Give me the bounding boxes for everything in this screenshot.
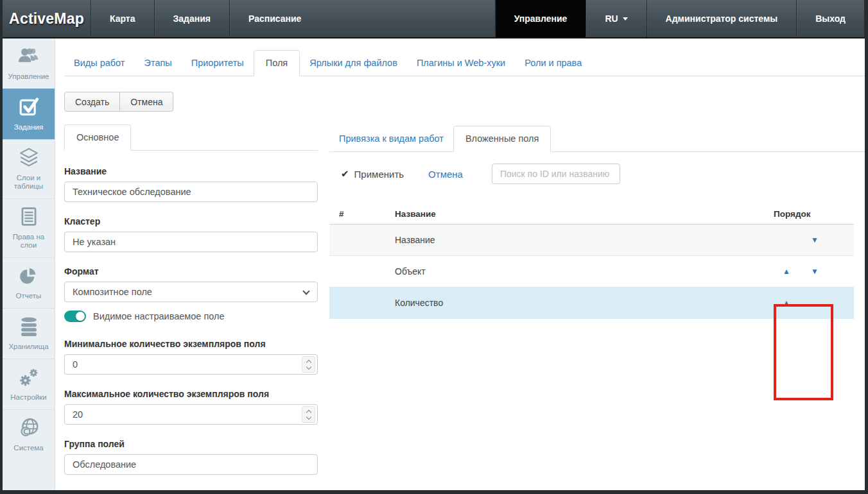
move-up-icon[interactable]: ▲ bbox=[783, 268, 790, 275]
max-count-field-group: Максимальное количество экземпляров поля bbox=[64, 389, 318, 425]
app-logo: ActiveMap bbox=[3, 0, 91, 37]
visible-field-toggle-row: Видимое настраиваемое поле bbox=[64, 311, 318, 322]
min-count-stepper[interactable] bbox=[302, 356, 315, 373]
sidebar-item-label: Управление bbox=[8, 72, 49, 80]
column-header-name: Название bbox=[395, 209, 774, 219]
sidebar-item-layer-rights[interactable]: Права на слои bbox=[3, 198, 55, 257]
visible-field-toggle-label: Видимое настраиваемое поле bbox=[93, 311, 225, 321]
sidebar-item-system[interactable]: CСистема bbox=[3, 409, 55, 460]
checkbox-icon bbox=[4, 96, 53, 119]
visible-field-toggle[interactable] bbox=[64, 311, 86, 322]
sidebar-item-label: Настройки bbox=[10, 393, 46, 401]
sidebar: УправлениеЗаданияСлои и таблицыПрава на … bbox=[3, 38, 55, 490]
tab-priorities[interactable]: Приоритеты bbox=[182, 51, 254, 76]
column-header-order: Порядок bbox=[774, 203, 854, 224]
tab-nested-fields[interactable]: Вложенные поля bbox=[453, 126, 551, 152]
row-name-cell: Количество bbox=[395, 298, 774, 308]
create-button[interactable]: Создать bbox=[64, 92, 120, 112]
min-count-label: Минимальное количество экземпляров поля bbox=[64, 339, 318, 349]
name-field-group: Название bbox=[64, 166, 318, 202]
group-input[interactable] bbox=[64, 454, 318, 475]
app-content-window: ActiveMap КартаЗаданияРасписание Управле… bbox=[3, 0, 865, 490]
sidebar-item-management[interactable]: Управление bbox=[3, 38, 55, 89]
body-row: УправлениеЗаданияСлои и таблицыПрава на … bbox=[3, 38, 865, 490]
table-header: # Название Порядок bbox=[329, 203, 854, 225]
tab-roles[interactable]: Роли и права bbox=[515, 51, 591, 76]
move-up-icon[interactable]: ▲ bbox=[783, 299, 790, 307]
tab-main[interactable]: Основное bbox=[64, 124, 131, 151]
move-down-icon[interactable]: ▼ bbox=[811, 236, 819, 244]
cluster-field-group: Кластер bbox=[64, 216, 318, 252]
name-label: Название bbox=[64, 166, 318, 176]
navbar-item-management[interactable]: Управление bbox=[495, 0, 586, 37]
top-navbar: ActiveMap КартаЗаданияРасписание Управле… bbox=[3, 0, 865, 38]
apply-button[interactable]: ✔ Применить bbox=[341, 168, 404, 180]
navbar-item-label: RU bbox=[605, 13, 618, 24]
tab-plugins[interactable]: Плагины и Web-хуки bbox=[407, 51, 515, 76]
nested-panel-toolbar: ✔ Применить Отмена bbox=[329, 164, 865, 184]
format-select[interactable]: Композитное поле bbox=[64, 282, 318, 302]
search-input[interactable] bbox=[492, 164, 620, 184]
min-count-input[interactable] bbox=[64, 354, 318, 375]
form-tabbar: Основное bbox=[64, 124, 318, 151]
nested-panel-tabbar: Привязка к видам работВложенные поля bbox=[329, 126, 865, 152]
name-input[interactable] bbox=[64, 182, 318, 202]
check-icon: ✔ bbox=[341, 168, 349, 180]
tab-stages[interactable]: Этапы bbox=[135, 51, 182, 76]
cluster-label: Кластер bbox=[64, 216, 318, 226]
cancel-button[interactable]: Отмена bbox=[120, 92, 173, 112]
row-name-cell: Название bbox=[395, 235, 774, 245]
navbar-item-label: Администратор системы bbox=[666, 13, 778, 24]
navbar-item-map[interactable]: Карта bbox=[91, 0, 154, 37]
field-form-panel: Основное Название Кластер Формат Компози… bbox=[64, 124, 318, 475]
panel-cancel-button[interactable]: Отмена bbox=[428, 169, 463, 180]
document-icon bbox=[4, 206, 53, 229]
tab-work-type-binding[interactable]: Привязка к видам работ bbox=[329, 126, 453, 151]
sidebar-item-layers[interactable]: Слои и таблицы bbox=[3, 139, 55, 198]
navbar-item-schedule[interactable]: Расписание bbox=[229, 0, 320, 37]
stepper-down-icon[interactable] bbox=[306, 364, 311, 369]
cluster-input[interactable] bbox=[64, 232, 318, 252]
navbar-item-language[interactable]: RU bbox=[586, 0, 646, 37]
group-field-group: Группа полей bbox=[64, 439, 318, 475]
table-row[interactable]: Название▼ bbox=[329, 225, 854, 256]
stepper-down-icon[interactable] bbox=[306, 414, 311, 419]
apply-button-label: Применить bbox=[354, 169, 404, 180]
pie-chart-icon bbox=[4, 265, 53, 288]
sidebar-item-label: Слои и таблицы bbox=[14, 174, 44, 190]
nested-fields-table: # Название Порядок Название▼Объект▲▼Коли… bbox=[329, 203, 854, 319]
sidebar-item-storages[interactable]: Хранилища bbox=[3, 308, 55, 359]
tab-work-types[interactable]: Виды работ bbox=[64, 51, 135, 76]
globe-icon: C bbox=[4, 417, 53, 440]
layers-icon bbox=[4, 147, 53, 170]
sidebar-item-settings[interactable]: Настройки bbox=[3, 359, 55, 409]
navbar-item-logout[interactable]: Выход bbox=[796, 0, 865, 37]
table-row[interactable]: Объект▲▼ bbox=[329, 256, 854, 287]
sidebar-item-reports[interactable]: Отчеты bbox=[3, 257, 55, 308]
min-count-field-group: Минимальное количество экземпляров поля bbox=[64, 339, 318, 375]
max-count-label: Максимальное количество экземпляров поля bbox=[64, 389, 318, 399]
move-down-icon[interactable]: ▼ bbox=[811, 268, 819, 275]
gears-icon bbox=[4, 366, 53, 389]
row-order-cell: ▼ bbox=[774, 225, 854, 255]
navbar-item-label: Управление bbox=[514, 13, 568, 24]
row-order-cell: ▲ bbox=[774, 287, 854, 318]
navbar-item-tasks[interactable]: Задания bbox=[154, 0, 229, 37]
sidebar-item-label: Задания bbox=[14, 123, 43, 131]
chevron-down-icon bbox=[623, 17, 628, 21]
max-count-input[interactable] bbox=[64, 404, 318, 425]
navbar-item-label: Выход bbox=[815, 13, 846, 24]
navbar-item-user[interactable]: Администратор системы bbox=[647, 0, 797, 37]
format-label: Формат bbox=[64, 266, 318, 277]
sidebar-item-tasks[interactable]: Задания bbox=[3, 89, 55, 139]
action-buttons: Создать Отмена bbox=[64, 92, 173, 112]
row-order-cell: ▲▼ bbox=[774, 256, 854, 287]
navbar-right-menu: УправлениеRUАдминистратор системыВыход bbox=[495, 0, 865, 37]
max-count-stepper[interactable] bbox=[302, 406, 315, 423]
sidebar-item-label: Система bbox=[13, 444, 43, 452]
tab-fields[interactable]: Поля bbox=[254, 50, 300, 76]
table-body: Название▼Объект▲▼Количество▲ bbox=[329, 225, 854, 319]
table-row[interactable]: Количество▲ bbox=[329, 287, 854, 319]
column-header-number: # bbox=[329, 209, 395, 219]
tab-file-labels[interactable]: Ярлыки для файлов bbox=[300, 51, 407, 76]
